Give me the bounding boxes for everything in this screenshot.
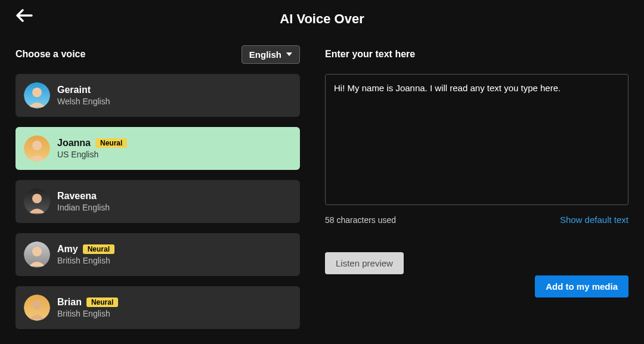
voice-name: Raveena: [57, 191, 97, 202]
voice-accent: Indian English: [57, 203, 110, 212]
language-select-label: English: [249, 49, 281, 60]
neural-badge: Neural: [95, 138, 127, 148]
voice-accent: British English: [57, 309, 118, 318]
svg-point-7: [32, 247, 42, 256]
voice-accent: Welsh English: [57, 97, 110, 106]
page-title: AI Voice Over: [0, 11, 644, 27]
avatar: [24, 188, 50, 215]
voice-name: Geraint: [57, 85, 91, 95]
char-count: 58 characters used: [325, 215, 396, 225]
language-select[interactable]: English: [242, 45, 300, 64]
voice-name: Amy: [57, 244, 78, 255]
avatar: [24, 241, 50, 268]
chevron-down-icon: [286, 52, 292, 56]
enter-text-label: Enter your text here: [325, 43, 628, 66]
add-to-media-button[interactable]: Add to my media: [535, 275, 628, 297]
neural-badge: Neural: [86, 297, 118, 307]
voice-accent: US English: [57, 150, 127, 159]
voice-card-raveena[interactable]: RaveenaIndian English: [16, 180, 300, 223]
voice-card-brian[interactable]: BrianNeuralBritish English: [16, 286, 300, 329]
avatar: [24, 82, 50, 109]
avatar: [24, 135, 50, 162]
svg-point-3: [32, 141, 42, 150]
voiceover-text-input[interactable]: [325, 74, 628, 205]
svg-point-9: [32, 300, 42, 309]
voice-name: Brian: [57, 297, 82, 308]
svg-point-1: [32, 88, 42, 97]
voice-card-geraint[interactable]: GeraintWelsh English: [16, 74, 300, 117]
voice-accent: British English: [57, 256, 114, 265]
show-default-text-link[interactable]: Show default text: [560, 215, 628, 225]
voice-name: Joanna: [57, 138, 91, 148]
choose-voice-label: Choose a voice: [16, 49, 85, 60]
avatar: [24, 295, 50, 321]
voice-card-amy[interactable]: AmyNeuralBritish English: [16, 233, 300, 276]
arrow-left-icon: [16, 9, 33, 24]
listen-preview-button[interactable]: Listen preview: [325, 252, 404, 274]
voice-list: GeraintWelsh English JoannaNeuralUS Engl…: [16, 74, 300, 329]
svg-point-5: [32, 194, 42, 203]
neural-badge: Neural: [83, 244, 114, 254]
voice-card-joanna[interactable]: JoannaNeuralUS English: [16, 127, 300, 170]
back-button[interactable]: [14, 8, 35, 25]
